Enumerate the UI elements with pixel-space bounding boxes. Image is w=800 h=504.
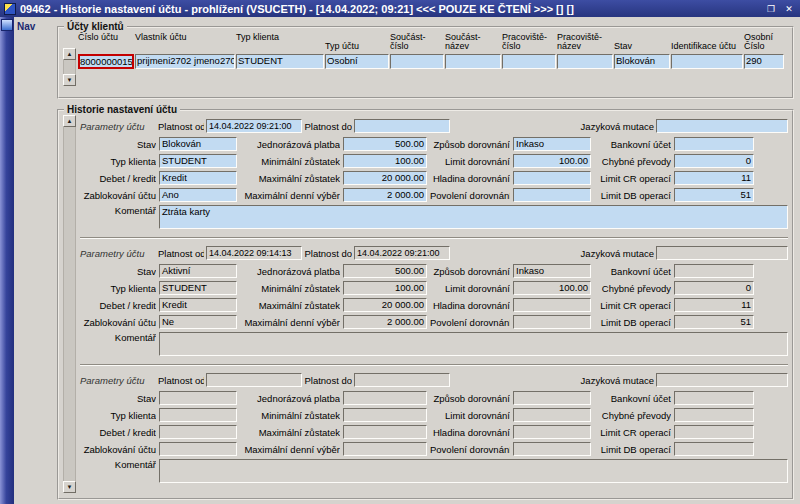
limit-dorovnani-label: Limit dorovnání [430,410,510,421]
maximize-icon[interactable]: ❐ [764,2,778,15]
zpusob-dorovnani-field[interactable] [513,391,591,405]
stav-field[interactable]: Blokován [159,137,237,151]
zablokovani-uctu-field[interactable]: Ne [159,315,237,329]
platnost-do-field[interactable]: 14.04.2022 09:21:00 [354,246,450,260]
minimalni-zustatek-field[interactable]: 100.00 [343,154,427,168]
chybne-prevody-field[interactable]: 0 [674,281,754,295]
scroll-up-icon[interactable]: ▲ [63,48,76,60]
debet-kredit-field[interactable]: Kredit [159,171,237,185]
komentar-field[interactable] [159,332,788,356]
maximalni-denni-vyber-field[interactable]: 2 000.00 [343,315,427,329]
maximalni-denni-vyber-field[interactable] [343,442,427,456]
jazykova-mutace-label: Jazyková mutace [570,375,654,386]
maximalni-zustatek-field[interactable] [343,425,427,439]
col-header-soucast-nazev: Součást- název [445,32,501,52]
zpusob-dorovnani-field[interactable]: Inkaso [513,264,591,278]
hladina-dorovnani-field[interactable] [513,425,591,439]
maximalni-denni-vyber-label: Maximální denní výběr [240,317,340,328]
chybne-prevody-field[interactable] [674,408,754,422]
scroll-down-icon[interactable]: ▼ [63,481,76,493]
povoleni-dorovnani-field[interactable] [513,442,591,456]
jednorazova-platba-field[interactable]: 500.00 [343,137,427,151]
nav-toggle-icon[interactable] [1,19,13,31]
maximalni-zustatek-label: Maximální zůstatek [240,427,340,438]
jednorazova-platba-field[interactable]: 500.00 [343,264,427,278]
platnost-od-field[interactable]: 14.04.2022 09:21:00 [206,119,302,133]
jazykova-mutace-field[interactable] [656,246,788,260]
hladina-dorovnani-field[interactable] [513,171,591,185]
povoleni-dorovnani-label: Povolení dorovnání [430,317,510,328]
accounts-scroll-track[interactable] [63,60,76,74]
limit-cr-operaci-field[interactable] [674,425,754,439]
typ-uctu-cell[interactable]: Osobní [325,54,389,69]
history-scroll-track[interactable] [63,127,76,481]
limit-cr-operaci-field[interactable]: 11 [674,171,754,185]
limit-dorovnani-field[interactable] [513,408,591,422]
zpusob-dorovnani-field[interactable]: Inkaso [513,137,591,151]
accounts-scrollbar[interactable]: ▲ ▼ [63,48,76,86]
maximalni-zustatek-field[interactable]: 20 000.00 [343,171,427,185]
minimalni-zustatek-field[interactable] [343,408,427,422]
limit-cr-operaci-field[interactable]: 11 [674,298,754,312]
col-header-soucast-cislo: Součást- číslo [390,32,444,52]
bankovni-ucet-field[interactable] [674,264,754,278]
platnost-od-label: Platnost od [158,248,204,259]
typ-klienta-field[interactable]: STUDENT [159,281,237,295]
stav-field[interactable]: Aktivní [159,264,237,278]
platnost-od-field[interactable]: 14.04.2022 09:14:13 [206,246,302,260]
scroll-down-icon[interactable]: ▼ [63,74,76,86]
identifikace-uctu-cell[interactable] [671,54,743,69]
soucast-nazev-cell[interactable] [445,54,501,69]
bankovni-ucet-field[interactable] [674,137,754,151]
close-icon[interactable]: ✕ [782,2,796,15]
zpusob-dorovnani-label: Způsob dorovnání [430,393,510,404]
app-icon [4,3,16,15]
soucast-cislo-cell[interactable] [390,54,444,69]
osobni-cislo-cell[interactable]: 290 [744,54,784,69]
jednorazova-platba-field[interactable] [343,391,427,405]
platnost-do-field[interactable] [354,373,450,387]
vlastnik-uctu-cell[interactable]: prijmeni2702 jmeno2702 [135,54,235,69]
history-scrollbar[interactable]: ▲ ▼ [63,115,76,493]
bankovni-ucet-field[interactable] [674,391,754,405]
col-header-identifikace-uctu: Identifikace účtu [671,32,743,52]
limit-dorovnani-field[interactable]: 100.00 [513,281,591,295]
platnost-do-field[interactable] [354,119,450,133]
komentar-field[interactable] [159,459,788,483]
zpusob-dorovnani-label: Způsob dorovnání [430,139,510,150]
jazykova-mutace-field[interactable] [656,119,788,133]
pracoviste-cislo-cell[interactable] [502,54,556,69]
maximalni-denni-vyber-label: Maximální denní výběr [240,444,340,455]
maximalni-zustatek-field[interactable]: 20 000.00 [343,298,427,312]
limit-db-operaci-field[interactable]: 51 [674,188,754,202]
minimalni-zustatek-field[interactable]: 100.00 [343,281,427,295]
stav-cell[interactable]: Blokován [614,54,670,69]
povoleni-dorovnani-field[interactable] [513,188,591,202]
platnost-od-field[interactable] [206,373,302,387]
komentar-label: Komentář [80,459,156,470]
typ-klienta-field[interactable]: STUDENT [159,154,237,168]
stav-field[interactable] [159,391,237,405]
hladina-dorovnani-field[interactable] [513,298,591,312]
scroll-up-icon[interactable]: ▲ [63,115,76,127]
chybne-prevody-field[interactable]: 0 [674,154,754,168]
limit-db-operaci-field[interactable] [674,442,754,456]
typ-klienta-field[interactable] [159,408,237,422]
limit-db-operaci-field[interactable]: 51 [674,315,754,329]
komentar-field[interactable]: Ztráta karty [159,205,788,229]
pracoviste-nazev-cell[interactable] [557,54,613,69]
debet-kredit-field[interactable]: Kredit [159,298,237,312]
jazykova-mutace-field[interactable] [656,373,788,387]
nav-sidebar [0,17,14,504]
limit-dorovnani-field[interactable]: 100.00 [513,154,591,168]
debet-kredit-label: Debet / kredit [80,427,156,438]
maximalni-denni-vyber-field[interactable]: 2 000.00 [343,188,427,202]
debet-kredit-field[interactable] [159,425,237,439]
povoleni-dorovnani-field[interactable] [513,315,591,329]
zablokovani-uctu-field[interactable]: Ano [159,188,237,202]
zablokovani-uctu-field[interactable] [159,442,237,456]
cislo-uctu-cell[interactable]: 8000000015 [78,54,134,69]
bankovni-ucet-label: Bankovní účet [594,393,671,404]
typ-klienta-cell[interactable]: STUDENT [236,54,324,69]
zpusob-dorovnani-label: Způsob dorovnání [430,266,510,277]
